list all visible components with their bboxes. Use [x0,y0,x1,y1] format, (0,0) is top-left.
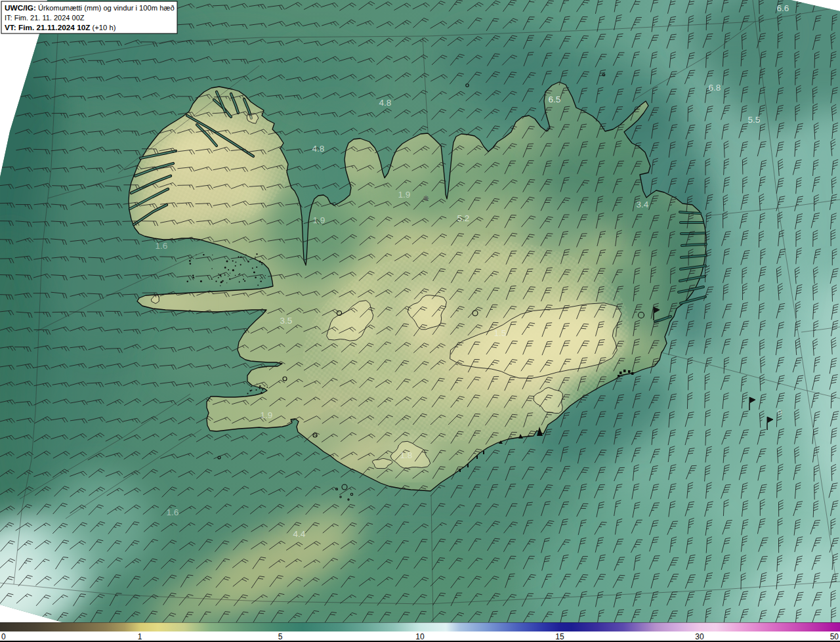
svg-text:❋: ❋ [423,194,429,202]
svg-text:1.9: 1.9 [398,190,411,200]
svg-text:5.5: 5.5 [748,115,761,125]
svg-text:1.9: 1.9 [261,410,273,420]
svg-text:1.9: 1.9 [313,215,326,225]
svg-text:6.5: 6.5 [549,95,561,104]
svg-text:10: 10 [415,632,425,641]
svg-text:6.8: 6.8 [709,83,721,93]
svg-text:5.2: 5.2 [457,213,470,223]
svg-text:1.5: 1.5 [494,328,507,338]
svg-text:1.8: 1.8 [400,450,413,460]
svg-text:4.4: 4.4 [293,529,306,539]
svg-text:15: 15 [555,632,564,641]
svg-text:1: 1 [138,632,142,641]
svg-text:1.6: 1.6 [167,507,179,517]
svg-text:3.5: 3.5 [280,316,293,326]
svg-text:1.6: 1.6 [156,241,168,251]
svg-text:6.6: 6.6 [777,3,789,13]
svg-text:50: 50 [830,632,839,641]
svg-text:5: 5 [278,632,283,641]
svg-text:4.8: 4.8 [312,144,325,154]
svg-text:UWC/IG: Úrkomumætti (mm) og vi: UWC/IG: Úrkomumætti (mm) og vindur i 100… [5,3,175,12]
svg-text:9: 9 [777,408,782,417]
svg-text:4.8: 4.8 [379,98,392,108]
svg-text:30: 30 [695,632,704,641]
svg-text:VT: Fim. 21.11.2024 10Z (+10 h: VT: Fim. 21.11.2024 10Z (+10 h) [5,23,116,32]
svg-text:0: 0 [1,632,6,641]
svg-text:IT: Fim. 21. 11. 2024 00Z: IT: Fim. 21. 11. 2024 00Z [5,14,85,22]
svg-text:3.4: 3.4 [637,200,649,209]
